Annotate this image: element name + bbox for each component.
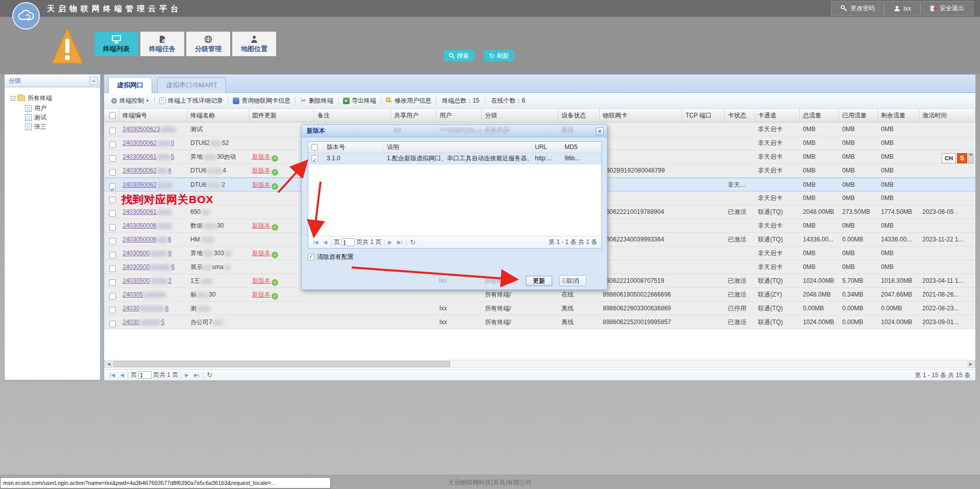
- search-button[interactable]: 搜索: [444, 50, 474, 61]
- select-all-checkbox-cell[interactable]: [106, 109, 119, 122]
- nav-button-1[interactable]: 终端列表: [94, 32, 138, 56]
- logout-button[interactable]: 安全退出: [920, 3, 973, 14]
- scroll-left-arrow[interactable]: ◀: [105, 360, 113, 368]
- select-all-versions-checkbox[interactable]: [311, 144, 318, 151]
- table-row[interactable]: 240308测lxx所有终端/离线89860622603300636869已停用…: [104, 302, 975, 315]
- terminal-number-link[interactable]: 24030500620: [122, 139, 174, 146]
- m-first-page-button[interactable]: |◀: [310, 239, 321, 245]
- description-column-header[interactable]: 说明: [384, 142, 532, 153]
- terminal-number-link[interactable]: 240305002: [122, 277, 172, 284]
- new-version-link[interactable]: 新版本: [252, 181, 271, 188]
- terminal-number-link[interactable]: 2403050061: [122, 208, 172, 215]
- sidebar-item-1[interactable]: 用户: [25, 104, 46, 113]
- refresh-grid-button[interactable]: ↻: [204, 371, 215, 379]
- tab-2[interactable]: 虚拟串口/SMART: [157, 77, 226, 93]
- new-version-link[interactable]: 新版本: [252, 277, 271, 284]
- toolbar-button-6[interactable]: 修改用户信息: [382, 95, 435, 107]
- toolbar-button-2[interactable]: 终端上下线详细记录: [156, 95, 227, 107]
- new-version-link[interactable]: 新版本: [252, 222, 271, 229]
- language-indicator[interactable]: CH: [942, 153, 956, 163]
- column-header-state[interactable]: 设备状态: [558, 109, 600, 122]
- next-page-button[interactable]: ▶: [182, 372, 191, 378]
- scroll-right-arrow[interactable]: ▶: [967, 360, 975, 368]
- sidebar-item-3[interactable]: 张三: [25, 123, 46, 131]
- column-header-user[interactable]: 用户: [436, 109, 482, 122]
- column-header-name[interactable]: 终端名称: [187, 109, 249, 122]
- terminal-number-link[interactable]: 240305: [122, 319, 164, 326]
- column-header-share[interactable]: 共享用户: [391, 109, 436, 122]
- terminal-number-link[interactable]: 240305006: [122, 263, 175, 271]
- row-checkbox[interactable]: [109, 155, 116, 162]
- sidebar-item-2[interactable]: 测试: [25, 113, 46, 122]
- row-checkbox[interactable]: [109, 224, 116, 231]
- row-checkbox[interactable]: [109, 210, 116, 217]
- column-header-remark[interactable]: 备注: [314, 109, 391, 122]
- ime-icon[interactable]: S: [957, 153, 967, 163]
- m-page-number-input[interactable]: [341, 238, 355, 246]
- toolbar-button-4[interactable]: ✂删除终端: [297, 95, 337, 107]
- row-checkbox[interactable]: [109, 307, 116, 313]
- row-checkbox[interactable]: [109, 197, 116, 203]
- tree-root-all-terminals[interactable]: −所有终端: [11, 94, 52, 103]
- column-header-remain[interactable]: 剩余流量: [878, 109, 919, 122]
- row-checkbox[interactable]: [109, 141, 116, 148]
- table-row[interactable]: 2403050021王新版本✓lxx所有终端/在线860622210008707…: [104, 274, 975, 288]
- page-number-input[interactable]: [138, 371, 152, 379]
- row-checkbox[interactable]: [109, 183, 116, 190]
- column-header-fw[interactable]: 固件更新: [249, 109, 314, 122]
- column-header-channel[interactable]: 卡通道: [755, 109, 800, 122]
- column-header-card[interactable]: 物联网卡: [600, 109, 682, 122]
- new-version-link[interactable]: 新版本: [252, 250, 271, 257]
- toolbar-button-5[interactable]: ▸导出终端: [339, 95, 380, 107]
- version-row[interactable]: 3.1.0 1.配合新版虚拟网口、串口工具自动连接最近服务器。2… http:.…: [308, 153, 601, 164]
- table-row[interactable]: 240305标30新版本✓所有终端/在线89860619050022666696…: [104, 288, 975, 302]
- column-header-tcp[interactable]: TCP 端口: [682, 109, 725, 122]
- nav-button-4[interactable]: 地图位置: [232, 32, 276, 56]
- refresh-button[interactable]: ↻ 刷新: [484, 50, 514, 61]
- tree-expander-icon[interactable]: −: [11, 96, 15, 101]
- nav-button-3[interactable]: 分级管理: [186, 32, 230, 56]
- new-version-link[interactable]: 新版本: [252, 167, 271, 174]
- row-checkbox[interactable]: [109, 169, 116, 176]
- tab-1[interactable]: 虚拟网口: [108, 77, 152, 93]
- last-page-button[interactable]: ▶|: [191, 372, 202, 378]
- table-row[interactable]: 24030500623测试lxxsudongdong所有终端/离线非天启卡0MB…: [104, 123, 975, 136]
- column-header-act[interactable]: 激活时间: [919, 109, 975, 122]
- toolbar-button-3[interactable]: 查询物联网卡信息: [229, 95, 294, 107]
- terminal-number-link[interactable]: 2403050062: [122, 181, 173, 188]
- sidebar-collapse-button[interactable]: «: [89, 77, 98, 85]
- table-row[interactable]: 240305办公司7lxx所有终端/离线89860622520019995857…: [104, 315, 975, 329]
- nav-button-2[interactable]: 终端任务: [140, 32, 184, 56]
- m-refresh-button[interactable]: ↻: [407, 238, 418, 246]
- terminal-number-link[interactable]: 24030500624: [122, 167, 171, 174]
- version-column-header[interactable]: 版本号: [324, 142, 384, 153]
- row-checkbox[interactable]: [109, 265, 116, 272]
- column-header-cardstate[interactable]: 卡状态: [725, 109, 755, 122]
- m-prev-page-button[interactable]: ◀: [321, 239, 330, 245]
- row-checkbox[interactable]: [109, 252, 116, 258]
- terminal-number-link[interactable]: 24030500623: [122, 126, 176, 133]
- terminal-number-link[interactable]: 2403050006: [122, 222, 172, 229]
- column-header-used[interactable]: 已用流量: [839, 109, 878, 122]
- scrollbar-thumb[interactable]: [113, 361, 450, 367]
- column-header-total[interactable]: 总流量: [800, 109, 839, 122]
- url-column-header[interactable]: URL: [532, 142, 561, 153]
- change-password-button[interactable]: 更改密码: [831, 3, 884, 14]
- current-user-button[interactable]: lxx: [884, 3, 920, 14]
- terminal-number-link[interactable]: 240308: [122, 305, 168, 312]
- m-last-page-button[interactable]: ▶|: [395, 239, 405, 245]
- clear-config-checkbox[interactable]: [308, 254, 314, 260]
- first-page-button[interactable]: |◀: [107, 372, 117, 378]
- prev-page-button[interactable]: ◀: [117, 372, 127, 378]
- new-version-link[interactable]: 新版本: [252, 153, 271, 160]
- terminal-number-link[interactable]: 240305: [122, 291, 166, 298]
- language-bar-options-icon[interactable]: ▾: [968, 153, 973, 163]
- terminal-number-link[interactable]: 240305006: [122, 250, 172, 257]
- md5-column-header[interactable]: MD5: [561, 142, 601, 153]
- toolbar-button-1[interactable]: 终端控制▼: [107, 95, 153, 107]
- row-checkbox[interactable]: [109, 293, 116, 300]
- row-checkbox[interactable]: [109, 128, 116, 134]
- row-checkbox[interactable]: [109, 238, 116, 244]
- row-checkbox[interactable]: [109, 279, 116, 286]
- terminal-number-link[interactable]: 24030500066: [122, 236, 171, 243]
